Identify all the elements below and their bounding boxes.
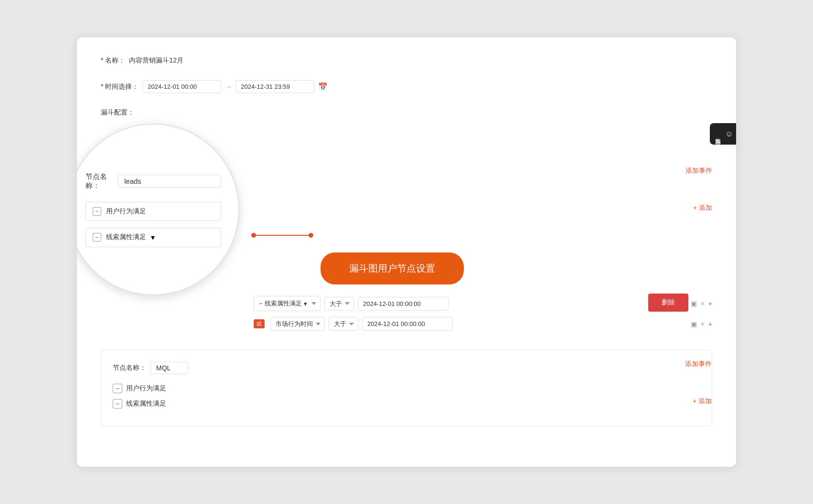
leads-content-area: 漏斗图用户节点设置 − 线索属性满足 ▾ 大于 ▣ × xyxy=(254,128,712,331)
calendar-icon[interactable]: 📅 xyxy=(318,82,328,91)
mql-add-link[interactable]: + 添加 xyxy=(693,397,712,406)
mql-name-label: 节点名称： xyxy=(113,364,146,372)
time-field-row: * 时间选择： → 📅 xyxy=(101,80,712,93)
row-cross-icon-2[interactable]: × xyxy=(701,320,705,328)
funnel-config-label: 漏斗配置： xyxy=(101,108,712,117)
date-input-1[interactable] xyxy=(358,297,449,311)
mql-right-actions: 添加事件 + 添加 xyxy=(685,360,712,406)
time-label: * 时间选择： xyxy=(101,83,139,91)
delete-button[interactable]: 删除 xyxy=(648,294,688,312)
attr-minus-1: − xyxy=(259,300,263,307)
main-card: ☺ 客服沟 * 名称： 内容营销漏斗12月 * 时间选择： → 📅 漏斗配置： … xyxy=(77,37,736,467)
dot-right xyxy=(309,233,313,238)
leads-section: 节点名称： − 用户行为满足 − 线索属性满足 ▾ xyxy=(101,128,712,331)
market-date-input[interactable] xyxy=(362,317,453,331)
mql-behavior-row: − 用户行为满足 xyxy=(113,384,700,393)
spotlight-overlay: 节点名称： − 用户行为满足 − 线索属性满足 ▾ xyxy=(77,124,239,295)
leads-node-name-row: 节点名称： xyxy=(86,172,221,190)
operator-select-1[interactable]: 大于 xyxy=(324,297,354,311)
name-field-row: * 名称： 内容营销漏斗12月 xyxy=(101,56,712,65)
mql-attribute-label: 线索属性满足 xyxy=(126,399,166,408)
row-square-icon-2[interactable]: ▣ xyxy=(691,320,697,328)
connector-row: 漏斗图用户节点设置 xyxy=(254,186,712,284)
time-arrow: → xyxy=(225,83,232,91)
time-start-input[interactable] xyxy=(142,80,221,93)
mql-attribute-row: − 线索属性满足 xyxy=(113,399,700,409)
cs-icon: ☺ xyxy=(725,130,733,138)
mql-behavior-label: 用户行为满足 xyxy=(126,384,166,393)
row-plus-icon-1[interactable]: + xyxy=(708,300,712,307)
customer-service-button[interactable]: ☺ 客服沟 xyxy=(710,123,736,145)
leads-behavior-condition: − 用户行为满足 xyxy=(86,202,221,221)
mql-section: 节点名称： MQL − 用户行为满足 − 线索属性满足 添加事件 + 添加 xyxy=(101,350,712,426)
market-field-select[interactable]: 市场行为时间 xyxy=(270,317,325,331)
filter-row-1: − 线索属性满足 ▾ 大于 ▣ × + xyxy=(254,296,712,311)
leads-attr-chevron: ▾ xyxy=(151,233,155,242)
row-cross-icon-1[interactable]: × xyxy=(701,300,705,307)
attr-label-1: 线索属性满足 xyxy=(265,299,302,308)
leads-attribute-label: 线索属性满足 xyxy=(106,233,146,242)
mql-add-event-link[interactable]: 添加事件 xyxy=(685,360,712,368)
add-link[interactable]: + 添加 xyxy=(693,204,712,212)
right-actions: 添加事件 + 添加 xyxy=(685,167,712,212)
mql-behavior-minus[interactable]: − xyxy=(113,384,122,393)
attr-select-1[interactable]: − 线索属性满足 ▾ xyxy=(254,296,321,311)
leads-node-name-input[interactable] xyxy=(118,175,221,188)
filter-row-2: 或 市场行为时间 大于 ▣ × + xyxy=(254,317,712,331)
leads-filter-rows: 漏斗图用户节点设置 − 线索属性满足 ▾ 大于 ▣ × xyxy=(254,186,712,331)
mql-node-name-row: 节点名称： MQL xyxy=(113,362,700,374)
row-square-icon-1[interactable]: ▣ xyxy=(691,300,697,307)
dot-left xyxy=(251,233,256,238)
row-plus-icon-2[interactable]: + xyxy=(708,320,712,328)
or-badge: 或 xyxy=(254,319,265,328)
mql-attribute-minus[interactable]: − xyxy=(113,399,122,409)
time-end-input[interactable] xyxy=(235,80,314,93)
leads-behavior-label: 用户行为满足 xyxy=(106,207,146,216)
leads-attribute-minus[interactable]: − xyxy=(93,233,101,242)
funnel-setup-button[interactable]: 漏斗图用户节点设置 xyxy=(321,252,464,284)
leads-behavior-minus[interactable]: − xyxy=(93,207,101,216)
row-actions-2: ▣ × + xyxy=(691,320,712,328)
connector-line xyxy=(254,232,311,238)
market-operator-select[interactable]: 大于 xyxy=(329,317,358,331)
time-range: → 📅 xyxy=(142,80,328,93)
leads-attribute-condition: − 线索属性满足 ▾ xyxy=(86,228,221,247)
mql-name-value: MQL xyxy=(150,362,188,374)
name-label: * 名称： xyxy=(101,56,125,65)
add-event-link[interactable]: 添加事件 xyxy=(685,167,712,175)
name-value: 内容营销漏斗12月 xyxy=(129,56,183,65)
attr-chevron-1: ▾ xyxy=(304,300,307,307)
leads-node-name-label: 节点名称： xyxy=(86,172,114,190)
row-actions-1: ▣ × + xyxy=(691,300,712,307)
